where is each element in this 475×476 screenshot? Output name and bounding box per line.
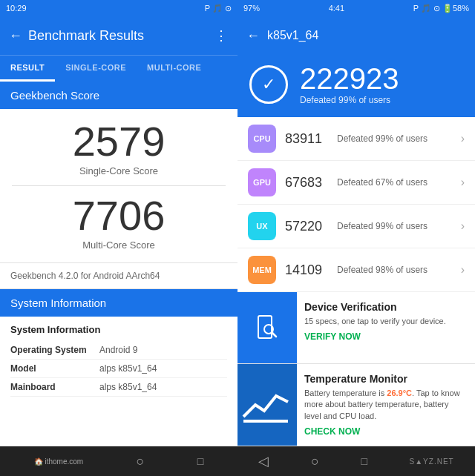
metric-desc-cpu: Defeated 99% of users [337, 133, 452, 144]
metric-desc-gpu: Defeated 67% of users [337, 177, 452, 188]
score-divider [12, 185, 226, 186]
header-title-right: k85v1_64 [267, 29, 318, 42]
tab-single-core[interactable]: SINGLE-CORE [55, 56, 137, 82]
status-time-right: 4:41 [329, 4, 344, 13]
chevron-ux-icon: › [461, 219, 465, 233]
nav-square-left[interactable]: □ [197, 455, 203, 467]
metric-score-cpu: 83911 [285, 131, 328, 147]
tabs-left: RESULT SINGLE-CORE MULTI-CORE [0, 55, 238, 82]
sys-info-row-mainboard: Mainboard alps k85v1_64 [10, 378, 227, 397]
hero-score-block: 222923 Defeated 99% of users [300, 64, 399, 105]
phone-search-icon [252, 313, 282, 343]
sys-info-val-os: Android 9 [99, 345, 227, 355]
metric-score-mem: 14109 [285, 262, 328, 278]
status-icons-right: P 🎵 ⊙ 🔋58% [413, 4, 469, 13]
sys-info-title: System Information [10, 324, 227, 335]
promo-card-title-temperature: Temperature Monitor [304, 373, 468, 385]
metric-desc-ux: Defeated 99% of users [337, 221, 452, 231]
sys-info-val-model: alps k85v1_64 [99, 363, 227, 374]
scores-container: 2579 Single-Core Score 7706 Multi-Core S… [0, 109, 238, 262]
badge-mem: MEM [248, 256, 276, 284]
temperature-icon [238, 364, 297, 446]
bottom-bar-right: ◁ ○ □ S▲YZ.NET [238, 446, 475, 476]
score-hero: ✓ 222923 Defeated 99% of users [238, 55, 475, 117]
metric-desc-mem: Defeated 98% of users [337, 265, 452, 275]
promo-card-body-temperature: Temperature Monitor Battery temperature … [297, 364, 475, 446]
badge-ux: UX [248, 212, 276, 240]
watermark-right: S▲YZ.NET [410, 457, 454, 466]
multi-core-score: 7706 [73, 195, 166, 237]
sys-info-key-mainboard: Mainboard [10, 382, 99, 392]
promo-card-desc-temperature: Battery temperature is 26.9°C. Tap to kn… [304, 388, 468, 422]
hero-score-number: 222923 [300, 64, 399, 93]
metrics-list: CPU 83911 Defeated 99% of users › GPU 67… [238, 117, 475, 292]
back-icon-right[interactable]: ← [246, 28, 260, 44]
promo-cards: Device Verification 15 specs, one tap to… [238, 292, 475, 446]
nav-home-left[interactable]: ○ [137, 454, 145, 469]
header-right: ← k85v1_64 [238, 16, 475, 55]
device-verification-icon [238, 292, 297, 363]
promo-card-body-verification: Device Verification 15 specs, one tap to… [297, 292, 475, 363]
chevron-mem-icon: › [461, 263, 465, 277]
header-left-title-group: ← Benchmark Results [9, 28, 144, 44]
status-icons-left: P 🎵 ⊙ [205, 4, 232, 13]
status-battery-percent-right: 97% [243, 4, 260, 13]
tab-result[interactable]: RESULT [0, 56, 55, 82]
chevron-gpu-icon: › [461, 176, 465, 189]
multi-core-block: 7706 Multi-Core Score [73, 195, 166, 251]
single-core-label: Single-Core Score [73, 165, 166, 176]
svg-rect-3 [243, 420, 288, 423]
bottom-logo-left: 🏠 ithome.com [34, 457, 83, 466]
sys-info-key-model: Model [10, 363, 99, 374]
status-bar-left: 10:29 P 🎵 ⊙ [0, 0, 238, 16]
promo-card-action-verification[interactable]: VERIFY NOW [304, 331, 468, 342]
nav-home-right[interactable]: ○ [311, 454, 319, 469]
metric-score-gpu: 67683 [285, 175, 328, 191]
metric-row-cpu[interactable]: CPU 83911 Defeated 99% of users › [238, 117, 475, 161]
tab-multi-core[interactable]: MULTI-CORE [137, 56, 212, 82]
sys-info-key-os: Operating System [10, 345, 99, 355]
multi-core-label: Multi-Core Score [73, 239, 166, 251]
sys-info-val-mainboard: alps k85v1_64 [99, 382, 227, 392]
single-core-score: 2579 [73, 121, 166, 162]
promo-card-action-temperature[interactable]: CHECK NOW [304, 426, 468, 437]
sys-info-row-model: Model alps k85v1_64 [10, 360, 227, 378]
promo-card-verification[interactable]: Device Verification 15 specs, one tap to… [238, 292, 475, 364]
checkmark-icon: ✓ [262, 75, 275, 94]
footer-note: Geekbench 4.2.0 for Android AArch64 [0, 263, 238, 288]
status-bar-right: 97% 4:41 P 🎵 ⊙ 🔋58% [238, 0, 475, 16]
promo-card-temperature[interactable]: Temperature Monitor Battery temperature … [238, 364, 475, 446]
metric-row-ux[interactable]: UX 57220 Defeated 99% of users › [238, 205, 475, 248]
nav-back-right[interactable]: ◁ [258, 453, 269, 469]
header-title-left: Benchmark Results [28, 28, 144, 44]
metric-row-gpu[interactable]: GPU 67683 Defeated 67% of users › [238, 161, 475, 205]
sys-info-header: System Information [0, 289, 238, 317]
nav-square-right[interactable]: □ [361, 455, 367, 467]
right-panel: 97% 4:41 P 🎵 ⊙ 🔋58% ← k85v1_64 ✓ 222923 … [238, 0, 475, 476]
promo-card-desc-verification: 15 specs, one tap to verify your device. [304, 316, 468, 327]
status-time-left: 10:29 [6, 4, 27, 13]
sys-info-body: System Information Operating System Andr… [0, 317, 238, 446]
left-panel: 10:29 P 🎵 ⊙ ← Benchmark Results ⋮ RESULT… [0, 0, 238, 476]
hero-score-subtext: Defeated 99% of users [300, 95, 399, 105]
metric-row-mem[interactable]: MEM 14109 Defeated 98% of users › [238, 248, 475, 292]
bottom-bar-left: 🏠 ithome.com ○ □ [0, 446, 238, 476]
thermometer-chart-icon [238, 375, 297, 434]
badge-cpu: CPU [248, 125, 276, 153]
metric-score-ux: 57220 [285, 219, 328, 234]
geekbench-section-header: Geekbench Score [0, 82, 238, 109]
badge-gpu: GPU [248, 168, 276, 196]
sys-info-row-os: Operating System Android 9 [10, 341, 227, 360]
single-core-block: 2579 Single-Core Score [73, 121, 166, 176]
more-icon-left[interactable]: ⋮ [214, 27, 229, 44]
checkmark-circle: ✓ [249, 65, 288, 104]
promo-card-title-verification: Device Verification [304, 301, 468, 313]
back-icon-left[interactable]: ← [9, 28, 22, 44]
header-left: ← Benchmark Results ⋮ [0, 16, 238, 55]
chevron-cpu-icon: › [461, 132, 465, 145]
